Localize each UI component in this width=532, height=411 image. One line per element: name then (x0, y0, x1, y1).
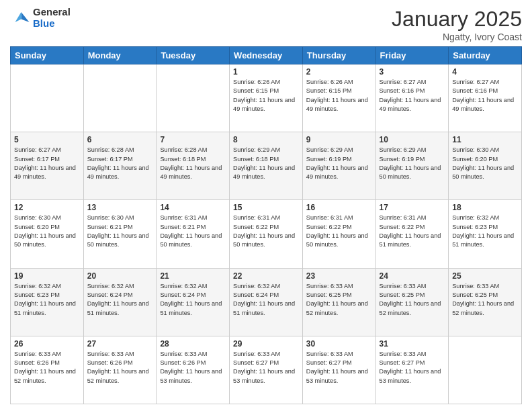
svg-marker-0 (21, 12, 30, 22)
calendar-cell: 8Sunrise: 6:29 AM Sunset: 6:18 PM Daylig… (230, 132, 303, 200)
calendar-cell (11, 64, 84, 132)
calendar-header-tuesday: Tuesday (157, 47, 230, 64)
calendar-table: SundayMondayTuesdayWednesdayThursdayFrid… (10, 46, 522, 404)
day-info: Sunrise: 6:32 AM Sunset: 6:24 PM Dayligh… (160, 282, 226, 318)
day-number: 26 (14, 339, 80, 349)
day-info: Sunrise: 6:31 AM Sunset: 6:22 PM Dayligh… (306, 214, 372, 249)
calendar-week-0: 1Sunrise: 6:26 AM Sunset: 6:15 PM Daylig… (11, 64, 522, 132)
calendar-cell: 13Sunrise: 6:30 AM Sunset: 6:21 PM Dayli… (83, 200, 157, 268)
day-info: Sunrise: 6:29 AM Sunset: 6:18 PM Dayligh… (233, 146, 299, 181)
calendar-cell: 19Sunrise: 6:32 AM Sunset: 6:23 PM Dayli… (11, 268, 84, 336)
day-number: 18 (452, 203, 518, 212)
day-info: Sunrise: 6:29 AM Sunset: 6:19 PM Dayligh… (306, 146, 372, 181)
day-info: Sunrise: 6:28 AM Sunset: 6:18 PM Dayligh… (160, 146, 226, 181)
day-info: Sunrise: 6:32 AM Sunset: 6:23 PM Dayligh… (14, 282, 80, 318)
day-number: 30 (306, 339, 372, 349)
calendar-cell (157, 64, 230, 132)
day-info: Sunrise: 6:33 AM Sunset: 6:25 PM Dayligh… (452, 282, 518, 318)
calendar-cell: 12Sunrise: 6:30 AM Sunset: 6:20 PM Dayli… (11, 200, 84, 268)
calendar-cell: 20Sunrise: 6:32 AM Sunset: 6:24 PM Dayli… (83, 268, 157, 336)
day-info: Sunrise: 6:29 AM Sunset: 6:19 PM Dayligh… (380, 146, 445, 181)
day-info: Sunrise: 6:31 AM Sunset: 6:22 PM Dayligh… (380, 214, 445, 249)
day-number: 31 (380, 339, 445, 349)
title-block: January 2025 Ngatty, Ivory Coast (392, 7, 522, 42)
day-info: Sunrise: 6:27 AM Sunset: 6:16 PM Dayligh… (452, 78, 518, 113)
calendar-cell (449, 336, 522, 404)
day-number: 14 (160, 203, 226, 212)
day-info: Sunrise: 6:33 AM Sunset: 6:26 PM Dayligh… (14, 350, 80, 385)
calendar-week-2: 12Sunrise: 6:30 AM Sunset: 6:20 PM Dayli… (11, 200, 522, 268)
calendar-cell: 30Sunrise: 6:33 AM Sunset: 6:27 PM Dayli… (302, 336, 375, 404)
calendar-cell: 31Sunrise: 6:33 AM Sunset: 6:27 PM Dayli… (375, 336, 449, 404)
calendar-cell: 5Sunrise: 6:27 AM Sunset: 6:17 PM Daylig… (11, 132, 84, 200)
logo-blue: Blue (33, 18, 71, 30)
day-number: 13 (87, 203, 153, 212)
calendar-header-saturday: Saturday (449, 47, 522, 64)
day-number: 19 (14, 271, 80, 281)
day-number: 28 (160, 339, 226, 349)
day-number: 17 (380, 203, 445, 212)
day-number: 7 (160, 135, 226, 144)
month-title: January 2025 (392, 7, 522, 32)
calendar-week-1: 5Sunrise: 6:27 AM Sunset: 6:17 PM Daylig… (11, 132, 522, 200)
day-number: 6 (87, 135, 153, 144)
calendar-week-3: 19Sunrise: 6:32 AM Sunset: 6:23 PM Dayli… (11, 268, 522, 336)
logo-text: General Blue (33, 7, 71, 29)
calendar-cell: 23Sunrise: 6:33 AM Sunset: 6:25 PM Dayli… (302, 268, 375, 336)
day-info: Sunrise: 6:33 AM Sunset: 6:27 PM Dayligh… (306, 350, 372, 385)
calendar-cell: 14Sunrise: 6:31 AM Sunset: 6:21 PM Dayli… (157, 200, 230, 268)
day-number: 24 (380, 271, 445, 281)
day-info: Sunrise: 6:31 AM Sunset: 6:21 PM Dayligh… (160, 214, 226, 249)
calendar-cell: 16Sunrise: 6:31 AM Sunset: 6:22 PM Dayli… (302, 200, 375, 268)
calendar-cell: 10Sunrise: 6:29 AM Sunset: 6:19 PM Dayli… (375, 132, 449, 200)
calendar-cell: 18Sunrise: 6:32 AM Sunset: 6:23 PM Dayli… (449, 200, 522, 268)
location-subtitle: Ngatty, Ivory Coast (392, 32, 522, 42)
calendar-header-row: SundayMondayTuesdayWednesdayThursdayFrid… (11, 47, 522, 64)
calendar-header-friday: Friday (375, 47, 449, 64)
day-number: 2 (306, 67, 372, 77)
day-number: 1 (233, 67, 299, 77)
calendar-cell (83, 64, 157, 132)
calendar-cell: 17Sunrise: 6:31 AM Sunset: 6:22 PM Dayli… (375, 200, 449, 268)
day-number: 23 (306, 271, 372, 281)
calendar-cell: 11Sunrise: 6:30 AM Sunset: 6:20 PM Dayli… (449, 132, 522, 200)
calendar-cell: 15Sunrise: 6:31 AM Sunset: 6:22 PM Dayli… (230, 200, 303, 268)
day-number: 10 (380, 135, 445, 144)
day-number: 11 (452, 135, 518, 144)
day-number: 4 (452, 67, 518, 77)
day-number: 5 (14, 135, 80, 144)
day-number: 29 (233, 339, 299, 349)
page: General Blue January 2025 Ngatty, Ivory … (0, 0, 532, 411)
day-number: 21 (160, 271, 226, 281)
logo: General Blue (10, 7, 71, 29)
calendar-cell: 24Sunrise: 6:33 AM Sunset: 6:25 PM Dayli… (375, 268, 449, 336)
calendar-cell: 1Sunrise: 6:26 AM Sunset: 6:15 PM Daylig… (230, 64, 303, 132)
day-info: Sunrise: 6:33 AM Sunset: 6:26 PM Dayligh… (87, 350, 153, 385)
calendar-cell: 26Sunrise: 6:33 AM Sunset: 6:26 PM Dayli… (11, 336, 84, 404)
calendar-header-monday: Monday (83, 47, 157, 64)
calendar-cell: 22Sunrise: 6:32 AM Sunset: 6:24 PM Dayli… (230, 268, 303, 336)
header: General Blue January 2025 Ngatty, Ivory … (10, 7, 522, 42)
day-info: Sunrise: 6:26 AM Sunset: 6:15 PM Dayligh… (306, 78, 372, 113)
calendar-header-sunday: Sunday (11, 47, 84, 64)
day-info: Sunrise: 6:32 AM Sunset: 6:24 PM Dayligh… (233, 282, 299, 318)
logo-icon (10, 8, 30, 28)
calendar-cell: 2Sunrise: 6:26 AM Sunset: 6:15 PM Daylig… (302, 64, 375, 132)
day-info: Sunrise: 6:30 AM Sunset: 6:21 PM Dayligh… (87, 214, 153, 249)
calendar-cell: 7Sunrise: 6:28 AM Sunset: 6:18 PM Daylig… (157, 132, 230, 200)
day-number: 25 (452, 271, 518, 281)
calendar-cell: 6Sunrise: 6:28 AM Sunset: 6:17 PM Daylig… (83, 132, 157, 200)
day-info: Sunrise: 6:28 AM Sunset: 6:17 PM Dayligh… (87, 146, 153, 181)
day-info: Sunrise: 6:33 AM Sunset: 6:27 PM Dayligh… (233, 350, 299, 385)
day-info: Sunrise: 6:27 AM Sunset: 6:17 PM Dayligh… (14, 146, 80, 181)
calendar-cell: 3Sunrise: 6:27 AM Sunset: 6:16 PM Daylig… (375, 64, 449, 132)
calendar-cell: 27Sunrise: 6:33 AM Sunset: 6:26 PM Dayli… (83, 336, 157, 404)
day-number: 20 (87, 271, 153, 281)
day-info: Sunrise: 6:33 AM Sunset: 6:25 PM Dayligh… (306, 282, 372, 318)
calendar-cell: 21Sunrise: 6:32 AM Sunset: 6:24 PM Dayli… (157, 268, 230, 336)
day-info: Sunrise: 6:27 AM Sunset: 6:16 PM Dayligh… (380, 78, 445, 113)
svg-marker-1 (15, 12, 21, 22)
day-info: Sunrise: 6:26 AM Sunset: 6:15 PM Dayligh… (233, 78, 299, 113)
day-number: 27 (87, 339, 153, 349)
day-number: 9 (306, 135, 372, 144)
